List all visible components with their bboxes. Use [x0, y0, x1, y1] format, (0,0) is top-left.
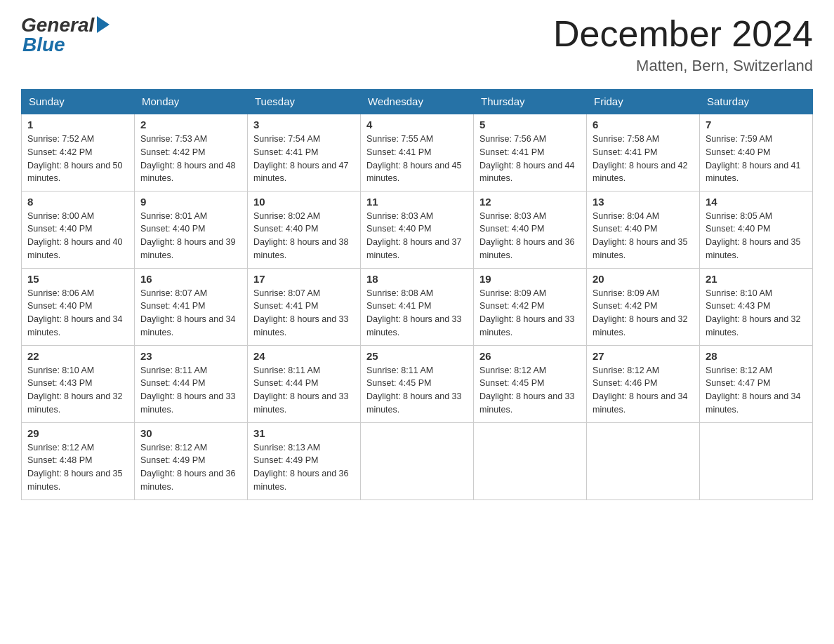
calendar-cell: 31Sunrise: 8:13 AMSunset: 4:49 PMDayligh…: [248, 422, 361, 499]
logo-blue-text: Blue: [22, 34, 65, 56]
day-number: 4: [366, 119, 468, 130]
calendar-cell: 26Sunrise: 8:12 AMSunset: 4:45 PMDayligh…: [474, 345, 587, 422]
day-info: Sunrise: 8:09 AMSunset: 4:42 PMDaylight:…: [479, 288, 575, 337]
day-number: 9: [140, 196, 241, 208]
day-number: 15: [27, 273, 128, 285]
col-header-saturday: Saturday: [700, 90, 813, 114]
day-info: Sunrise: 8:03 AMSunset: 4:40 PMDaylight:…: [479, 211, 575, 260]
day-info: Sunrise: 8:11 AMSunset: 4:44 PMDaylight:…: [253, 365, 349, 415]
day-number: 29: [27, 427, 128, 439]
day-number: 12: [479, 196, 581, 208]
col-header-sunday: Sunday: [22, 90, 135, 114]
calendar-cell: 8Sunrise: 8:00 AMSunset: 4:40 PMDaylight…: [22, 191, 135, 268]
day-info: Sunrise: 8:03 AMSunset: 4:40 PMDaylight:…: [366, 211, 462, 260]
day-number: 10: [253, 196, 355, 208]
day-info: Sunrise: 8:11 AMSunset: 4:45 PMDaylight:…: [366, 365, 462, 415]
day-info: Sunrise: 7:58 AMSunset: 4:41 PMDaylight:…: [593, 134, 688, 183]
day-info: Sunrise: 8:04 AMSunset: 4:40 PMDaylight:…: [593, 211, 688, 260]
calendar-cell: [700, 422, 813, 499]
calendar-cell: 22Sunrise: 8:10 AMSunset: 4:43 PMDayligh…: [22, 345, 135, 422]
day-info: Sunrise: 8:12 AMSunset: 4:47 PMDaylight:…: [706, 365, 801, 415]
calendar-cell: 9Sunrise: 8:01 AMSunset: 4:40 PMDaylight…: [135, 191, 248, 268]
calendar-cell: 15Sunrise: 8:06 AMSunset: 4:40 PMDayligh…: [22, 268, 135, 345]
location-text: Matten, Bern, Switzerland: [553, 57, 813, 75]
day-info: Sunrise: 7:59 AMSunset: 4:40 PMDaylight:…: [706, 134, 801, 183]
calendar-cell: [587, 422, 700, 499]
day-number: 19: [479, 273, 581, 285]
calendar-cell: 12Sunrise: 8:03 AMSunset: 4:40 PMDayligh…: [474, 191, 587, 268]
calendar-cell: 6Sunrise: 7:58 AMSunset: 4:41 PMDaylight…: [587, 114, 700, 191]
day-number: 17: [253, 273, 355, 285]
day-info: Sunrise: 8:07 AMSunset: 4:41 PMDaylight:…: [253, 288, 349, 337]
day-number: 13: [593, 196, 694, 208]
day-info: Sunrise: 8:11 AMSunset: 4:44 PMDaylight:…: [140, 365, 236, 415]
day-info: Sunrise: 8:12 AMSunset: 4:46 PMDaylight:…: [593, 365, 688, 415]
calendar-week-row: 29Sunrise: 8:12 AMSunset: 4:48 PMDayligh…: [22, 422, 813, 499]
day-number: 24: [253, 350, 355, 362]
calendar-cell: [361, 422, 474, 499]
day-info: Sunrise: 8:05 AMSunset: 4:40 PMDaylight:…: [706, 211, 801, 260]
day-number: 3: [253, 119, 355, 130]
day-number: 16: [140, 273, 241, 285]
day-info: Sunrise: 8:10 AMSunset: 4:43 PMDaylight:…: [706, 288, 801, 337]
calendar-cell: 1Sunrise: 7:52 AMSunset: 4:42 PMDaylight…: [22, 114, 135, 191]
day-number: 31: [253, 427, 355, 439]
calendar-week-row: 15Sunrise: 8:06 AMSunset: 4:40 PMDayligh…: [22, 268, 813, 345]
day-info: Sunrise: 8:12 AMSunset: 4:48 PMDaylight:…: [27, 443, 123, 492]
day-number: 2: [140, 119, 241, 130]
col-header-wednesday: Wednesday: [361, 90, 474, 114]
day-number: 5: [479, 119, 581, 130]
day-info: Sunrise: 7:52 AMSunset: 4:42 PMDaylight:…: [27, 134, 123, 183]
col-header-tuesday: Tuesday: [248, 90, 361, 114]
day-number: 14: [706, 196, 807, 208]
calendar-cell: 17Sunrise: 8:07 AMSunset: 4:41 PMDayligh…: [248, 268, 361, 345]
calendar-week-row: 1Sunrise: 7:52 AMSunset: 4:42 PMDaylight…: [22, 114, 813, 191]
day-number: 26: [479, 350, 581, 362]
day-number: 6: [593, 119, 694, 130]
calendar-week-row: 22Sunrise: 8:10 AMSunset: 4:43 PMDayligh…: [22, 345, 813, 422]
calendar-cell: 18Sunrise: 8:08 AMSunset: 4:41 PMDayligh…: [361, 268, 474, 345]
day-number: 30: [140, 427, 241, 439]
calendar-cell: 16Sunrise: 8:07 AMSunset: 4:41 PMDayligh…: [135, 268, 248, 345]
logo: General Blue: [21, 14, 110, 56]
calendar-header-row: SundayMondayTuesdayWednesdayThursdayFrid…: [22, 90, 813, 114]
calendar-cell: 13Sunrise: 8:04 AMSunset: 4:40 PMDayligh…: [587, 191, 700, 268]
calendar-cell: 24Sunrise: 8:11 AMSunset: 4:44 PMDayligh…: [248, 345, 361, 422]
day-info: Sunrise: 7:54 AMSunset: 4:41 PMDaylight:…: [253, 134, 349, 183]
page-header: General Blue December 2024 Matten, Bern,…: [21, 14, 813, 75]
month-title: December 2024: [553, 14, 813, 54]
calendar-cell: 21Sunrise: 8:10 AMSunset: 4:43 PMDayligh…: [700, 268, 813, 345]
day-number: 1: [27, 119, 128, 130]
day-info: Sunrise: 8:08 AMSunset: 4:41 PMDaylight:…: [366, 288, 462, 337]
calendar-cell: 3Sunrise: 7:54 AMSunset: 4:41 PMDaylight…: [248, 114, 361, 191]
day-info: Sunrise: 8:00 AMSunset: 4:40 PMDaylight:…: [27, 211, 123, 260]
day-info: Sunrise: 8:02 AMSunset: 4:40 PMDaylight:…: [253, 211, 349, 260]
calendar-cell: 20Sunrise: 8:09 AMSunset: 4:42 PMDayligh…: [587, 268, 700, 345]
day-info: Sunrise: 8:06 AMSunset: 4:40 PMDaylight:…: [27, 288, 123, 337]
day-info: Sunrise: 7:53 AMSunset: 4:42 PMDaylight:…: [140, 134, 236, 183]
col-header-thursday: Thursday: [474, 90, 587, 114]
day-number: 28: [706, 350, 807, 362]
calendar-cell: 4Sunrise: 7:55 AMSunset: 4:41 PMDaylight…: [361, 114, 474, 191]
logo-arrow-icon: [97, 16, 110, 33]
day-number: 21: [706, 273, 807, 285]
day-info: Sunrise: 8:07 AMSunset: 4:41 PMDaylight:…: [140, 288, 236, 337]
day-number: 11: [366, 196, 468, 208]
col-header-friday: Friday: [587, 90, 700, 114]
calendar-cell: 28Sunrise: 8:12 AMSunset: 4:47 PMDayligh…: [700, 345, 813, 422]
day-number: 18: [366, 273, 468, 285]
day-number: 22: [27, 350, 128, 362]
calendar-cell: [474, 422, 587, 499]
day-info: Sunrise: 8:13 AMSunset: 4:49 PMDaylight:…: [253, 443, 349, 492]
calendar-cell: 11Sunrise: 8:03 AMSunset: 4:40 PMDayligh…: [361, 191, 474, 268]
day-info: Sunrise: 8:09 AMSunset: 4:42 PMDaylight:…: [593, 288, 688, 337]
calendar-cell: 25Sunrise: 8:11 AMSunset: 4:45 PMDayligh…: [361, 345, 474, 422]
day-info: Sunrise: 7:55 AMSunset: 4:41 PMDaylight:…: [366, 134, 462, 183]
calendar-cell: 29Sunrise: 8:12 AMSunset: 4:48 PMDayligh…: [22, 422, 135, 499]
day-number: 20: [593, 273, 694, 285]
day-info: Sunrise: 8:01 AMSunset: 4:40 PMDaylight:…: [140, 211, 236, 260]
day-info: Sunrise: 7:56 AMSunset: 4:41 PMDaylight:…: [479, 134, 575, 183]
day-number: 7: [706, 119, 807, 130]
calendar-cell: 14Sunrise: 8:05 AMSunset: 4:40 PMDayligh…: [700, 191, 813, 268]
calendar-cell: 23Sunrise: 8:11 AMSunset: 4:44 PMDayligh…: [135, 345, 248, 422]
